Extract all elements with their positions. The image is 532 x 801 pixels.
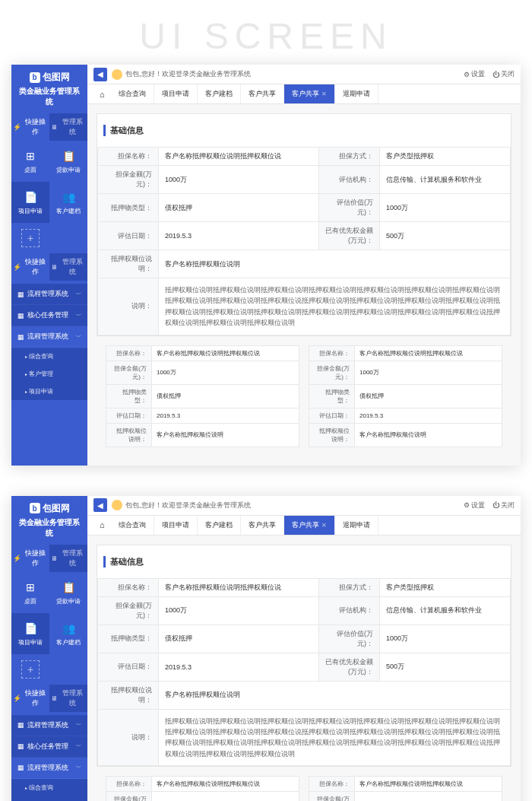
field-label: 评估价值(万元)： <box>318 625 379 653</box>
settings-button[interactable]: ⚙设置 <box>464 501 485 510</box>
field-value: 1000万 <box>355 792 502 801</box>
home-tab[interactable]: ⌂ <box>93 520 111 529</box>
tab[interactable]: 客户建档 <box>198 84 241 103</box>
field-value: 客户名称抵押权顺位说明 <box>159 250 511 278</box>
grid-icon: ▦ <box>17 333 24 341</box>
menu-label: 流程管理系统 <box>27 289 68 299</box>
quick-item-customer[interactable]: 👥客户建档 <box>49 613 87 654</box>
sidebar-tab-quick-2[interactable]: ⚡快捷操作 <box>11 685 49 712</box>
field-value: 客户名称抵押权顺位说明抵押权顺位说 <box>355 777 502 792</box>
tab[interactable]: 客户共享 <box>241 516 284 535</box>
tab[interactable]: 综合查询 <box>111 84 154 103</box>
field-value: 信息传输、计算机服务和软件业 <box>379 166 510 194</box>
menu-core-task[interactable]: ▦核心任务管理﹀ <box>11 305 87 326</box>
sidebar: b 包图网 类金融业务管理系统 ⚡快捷操作 🖥管理系统 ⊞桌面 📋贷款申请 📄项… <box>11 65 87 466</box>
field-label: 担保金额(万元)： <box>106 361 152 384</box>
quick-item-project[interactable]: 📄项目申请 <box>11 613 49 654</box>
tab[interactable]: 综合查询 <box>111 516 154 535</box>
field-value: 2019.5.3 <box>159 222 319 250</box>
tab[interactable]: 项目申请 <box>154 516 198 535</box>
quick-item-desktop[interactable]: ⊞桌面 <box>11 141 49 182</box>
field-label: 已有优先权金额(万元)： <box>318 222 379 250</box>
quick-label: 客户建档 <box>52 638 84 647</box>
add-quick-item[interactable]: + <box>11 654 49 685</box>
sidebar-tab-quick[interactable]: ⚡快捷操作 <box>11 113 49 141</box>
tab-label: 退期申请 <box>343 89 370 99</box>
home-tab[interactable]: ⌂ <box>93 90 111 99</box>
quick-label: 桌面 <box>14 597 46 606</box>
sidebar-tab-quick-2[interactable]: ⚡快捷操作 <box>11 253 49 281</box>
field-label: 评估日期： <box>106 408 152 423</box>
sidebar-tab-label: 快捷操作 <box>23 117 48 137</box>
submenu-item[interactable]: 项目申请 <box>11 383 87 400</box>
calendar-icon: 📋 <box>61 148 76 164</box>
table-row: 担保名称：客户名称抵押权顺位说明抵押权顺位说担保方式：客户类型抵押权 <box>98 578 511 596</box>
document-icon: 📄 <box>23 189 38 205</box>
submenu-item[interactable]: 综合查询 <box>11 348 87 365</box>
back-button[interactable]: ◀ <box>93 498 107 512</box>
menu-process-mgmt[interactable]: ▦流程管理系统﹀ <box>11 284 87 305</box>
table-row: 担保金额(万元)：1000万评估机构：信息传输、计算机服务和软件业 <box>98 596 511 625</box>
field-label: 担保名称： <box>106 345 152 361</box>
tab-label: 项目申请 <box>162 89 189 99</box>
tab[interactable]: 退期申请 <box>335 84 378 103</box>
close-icon[interactable]: ✕ <box>321 91 327 97</box>
field-value: 客户名称抵押权顺位说明抵押权顺位说 <box>152 345 299 361</box>
sidebar-tab-quick[interactable]: ⚡快捷操作 <box>11 545 49 572</box>
menu-process-sys[interactable]: ▦流程管理系统﹀ <box>11 326 87 348</box>
quick-item-loan[interactable]: 📋贷款申请 <box>49 141 87 182</box>
field-value: 2019.5.3 <box>159 653 319 681</box>
submenu-item[interactable]: 客户管理 <box>11 796 87 801</box>
sidebar-tab-manage-2[interactable]: 🖥管理系统 <box>49 685 87 712</box>
tab[interactable]: 项目申请 <box>154 84 198 103</box>
close-icon[interactable]: ✕ <box>321 522 327 529</box>
sidebar-tab-label: 快捷操作 <box>23 257 48 277</box>
sidebar-tab-manage[interactable]: 🖥管理系统 <box>49 545 87 572</box>
sidebar-tab-manage-2[interactable]: 🖥管理系统 <box>49 253 87 281</box>
quick-item-customer[interactable]: 👥客户建档 <box>49 182 87 223</box>
brand-name: 包图网 <box>43 71 70 84</box>
menu-process-mgmt[interactable]: ▦流程管理系统﹀ <box>11 715 87 736</box>
users-icon: 👥 <box>61 621 76 636</box>
info-table: 担保名称：客户名称抵押权顺位说明抵押权顺位说担保方式：客户类型抵押权 担保金额(… <box>97 147 511 335</box>
table-row: 担保名称：客户名称抵押权顺位说明抵押权顺位说 <box>309 345 502 361</box>
tab-active[interactable]: 客户共享✕ <box>284 516 335 535</box>
menu-label: 流程管理系统 <box>27 332 68 342</box>
tab[interactable]: 客户建档 <box>198 516 241 535</box>
table-row: 担保金额(万元)：1000万评估机构：信息传输、计算机服务和软件业 <box>98 166 511 194</box>
field-value: 1000万 <box>152 361 299 384</box>
menu-process-sys[interactable]: ▦流程管理系统﹀ <box>11 758 87 779</box>
tab[interactable]: 退期申请 <box>335 516 378 535</box>
close-button[interactable]: ⏻关闭 <box>492 501 515 510</box>
settings-button[interactable]: ⚙设置 <box>464 69 485 79</box>
quick-item-project[interactable]: 📄项目申请 <box>11 182 49 223</box>
menu-core-task[interactable]: ▦核心任务管理﹀ <box>11 736 87 758</box>
field-label: 评估日期： <box>309 408 355 423</box>
submenu-item[interactable]: 综合查询 <box>11 779 87 796</box>
action-label: 设置 <box>471 501 485 510</box>
close-button[interactable]: ⏻关闭 <box>492 69 515 79</box>
table-row: 说明：抵押权顺位说明抵押权顺位说明抵押权顺位说明抵押权顺位说明抵押权顺位说明抵押… <box>98 278 511 335</box>
small-tables-row: 担保名称：客户名称抵押权顺位说明抵押权顺位说 担保金额(万元)：1000万 抵押… <box>97 345 511 456</box>
add-quick-item[interactable]: + <box>11 223 49 253</box>
calendar-icon: 📋 <box>61 580 76 595</box>
submenu-item[interactable]: 客户管理 <box>11 365 87 383</box>
field-value: 2019.5.3 <box>152 408 299 423</box>
quick-item-loan[interactable]: 📋贷款申请 <box>49 572 87 613</box>
tab[interactable]: 客户共享 <box>241 84 284 103</box>
sidebar-tab-manage[interactable]: 🖥管理系统 <box>49 113 87 141</box>
tab-active[interactable]: 客户共享✕ <box>284 84 335 103</box>
quick-item-desktop[interactable]: ⊞桌面 <box>11 572 49 613</box>
field-label: 抵押权顺位说明： <box>98 681 159 709</box>
table-row: 担保名称：客户名称抵押权顺位说明抵押权顺位说 <box>106 777 299 792</box>
grid-icon: ▦ <box>17 291 24 298</box>
power-icon: ⏻ <box>492 501 499 509</box>
chevron-down-icon: ﹀ <box>76 764 81 771</box>
field-value: 500万 <box>379 222 510 250</box>
back-button[interactable]: ◀ <box>93 68 107 81</box>
quick-grid: ⊞桌面 📋贷款申请 📄项目申请 👥客户建档 + <box>11 572 87 685</box>
menu-section: ▦流程管理系统﹀ ▦核心任务管理﹀ ▦流程管理系统﹀ 综合查询 客户管理 项目申… <box>11 284 87 400</box>
avatar <box>112 69 122 80</box>
field-label: 说明： <box>98 709 159 766</box>
table-row: 抵押权顺位说明：客户名称抵押权顺位说明 <box>98 250 511 278</box>
